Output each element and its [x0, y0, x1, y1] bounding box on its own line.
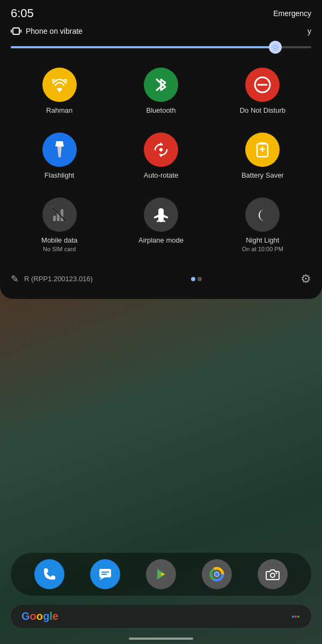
build-version: R (RPP1.200123.016)	[24, 275, 93, 283]
airplane-icon	[151, 205, 171, 224]
autorotate-icon	[151, 140, 171, 159]
status-right: Emergency	[273, 9, 311, 18]
search-bar[interactable]: Google	[11, 605, 311, 628]
autorotate-label: Auto-rotate	[144, 171, 178, 180]
svg-rect-20	[53, 216, 56, 221]
vibrate-icon	[11, 27, 21, 35]
wifi-icon-circle	[42, 68, 77, 102]
mobiledata-icon	[50, 205, 69, 224]
svg-marker-26	[99, 577, 105, 580]
dot-1	[191, 277, 195, 281]
play-icon	[153, 566, 169, 582]
page-dots	[191, 277, 202, 281]
brightness-container[interactable]	[0, 42, 322, 57]
phone-vibrate-label: Phone on vibrate	[26, 27, 83, 35]
phone-status: Phone on vibrate	[11, 27, 83, 35]
status-time: 6:05	[11, 6, 34, 20]
tile-flashlight[interactable]: Flashlight	[11, 126, 108, 187]
y-label: y	[308, 27, 311, 35]
airplane-label: Airplane mode	[138, 236, 184, 245]
edit-icon[interactable]: ✎	[11, 273, 19, 285]
tile-mobiledata[interactable]: Mobile data No SIM card	[11, 191, 108, 259]
svg-point-40	[276, 573, 277, 574]
phone-icon	[41, 566, 57, 582]
svg-point-39	[270, 573, 275, 577]
status-bar: 6:05 Emergency	[0, 0, 322, 25]
dock-area	[0, 553, 322, 596]
tile-nightlight[interactable]: Night Light On at 10:00 PM	[214, 191, 311, 259]
settings-icon[interactable]: ⚙	[301, 272, 311, 286]
wifi-icon	[51, 76, 68, 93]
nightlight-time: On at 10:00 PM	[242, 245, 283, 253]
nosim-label: No SIM card	[43, 245, 76, 253]
tile-batterysaver[interactable]: Battery Saver	[214, 126, 311, 187]
dock-icons	[11, 553, 311, 596]
tile-airplane[interactable]: Airplane mode	[112, 191, 209, 259]
bluetooth-label: Bluetooth	[147, 106, 176, 115]
dock-messages[interactable]	[90, 559, 120, 589]
brightness-sun-icon	[272, 43, 279, 51]
dnd-label: Do Not Disturb	[240, 106, 286, 115]
tile-bluetooth[interactable]: Bluetooth	[112, 61, 209, 122]
camera-icon	[265, 566, 281, 582]
batterysaver-icon	[255, 140, 270, 159]
search-bar-area: Google	[0, 605, 322, 628]
dnd-icon-circle	[245, 68, 280, 102]
svg-point-43	[297, 616, 299, 618]
flashlight-icon	[52, 140, 67, 159]
build-info-area: ✎ R (RPP1.200123.016)	[11, 273, 93, 285]
dot-2	[197, 277, 202, 281]
emergency-area: y	[308, 27, 311, 35]
brightness-fill	[11, 46, 275, 48]
svg-point-3	[274, 46, 277, 49]
info-bar: Phone on vibrate y	[0, 25, 322, 42]
google-dots-icon	[291, 612, 301, 621]
svg-line-10	[277, 45, 277, 45]
tile-wifi[interactable]: Rahman	[11, 61, 108, 122]
mobiledata-label: Mobile data	[41, 236, 77, 245]
svg-rect-25	[99, 569, 111, 577]
flashlight-icon-circle	[42, 133, 77, 167]
dock-phone[interactable]	[34, 559, 64, 589]
tile-dnd[interactable]: Do Not Disturb	[214, 61, 311, 122]
svg-marker-14	[159, 142, 163, 145]
svg-line-11	[273, 49, 273, 50]
mobiledata-icon-circle	[42, 197, 77, 232]
svg-point-38	[215, 572, 219, 576]
chrome-icon	[209, 566, 225, 582]
emergency-label: Emergency	[273, 9, 311, 18]
quick-settings-grid: Rahman Bluetooth Do Not Disturb	[0, 57, 322, 264]
svg-line-8	[273, 45, 273, 45]
svg-rect-2	[20, 30, 21, 33]
autorotate-icon-circle	[144, 133, 178, 167]
nightlight-icon-circle	[245, 197, 280, 232]
svg-rect-0	[13, 28, 19, 34]
dock-chrome[interactable]	[202, 559, 232, 589]
qs-bottom-bar: ✎ R (RPP1.200123.016) ⚙	[0, 266, 322, 290]
batterysaver-label: Battery Saver	[241, 171, 284, 180]
brightness-thumb[interactable]	[269, 41, 282, 54]
batterysaver-icon-circle	[245, 133, 280, 167]
svg-line-9	[277, 49, 277, 50]
dock-camera[interactable]	[258, 559, 288, 589]
messages-icon	[97, 566, 113, 582]
google-logo: Google	[21, 610, 58, 623]
tile-autorotate[interactable]: Auto-rotate	[112, 126, 209, 187]
dock-play[interactable]	[146, 559, 176, 589]
svg-point-41	[292, 616, 294, 618]
nightlight-label: Night Light	[246, 236, 279, 245]
dnd-icon	[253, 75, 272, 94]
flashlight-label: Flashlight	[45, 171, 75, 180]
bluetooth-icon	[153, 75, 169, 94]
svg-marker-15	[159, 154, 163, 157]
wifi-label: Rahman	[46, 106, 72, 115]
moon-icon	[253, 205, 272, 224]
svg-rect-1	[11, 30, 12, 33]
home-indicator	[129, 638, 193, 640]
airplane-icon-circle	[144, 197, 178, 232]
bluetooth-icon-circle	[144, 68, 178, 102]
svg-point-42	[295, 616, 297, 618]
notification-shade: 6:05 Emergency Phone on vibrate y	[0, 0, 322, 299]
brightness-slider[interactable]	[11, 46, 311, 48]
